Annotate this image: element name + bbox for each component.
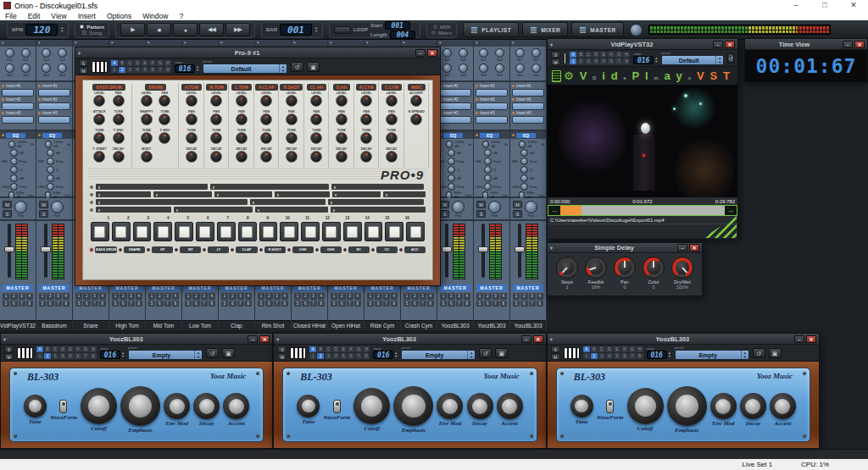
step-button[interactable]	[259, 222, 278, 241]
drum-knob[interactable]	[286, 151, 298, 163]
bl303-titlebar[interactable]: ▾ YoozBL303 – ✕	[548, 334, 819, 345]
steps-spinner[interactable]: ▲▼	[121, 351, 125, 358]
group-cell[interactable]: 5	[75, 301, 82, 307]
group-cell[interactable]: 1	[39, 293, 46, 300]
step-button[interactable]	[217, 222, 236, 241]
transport-button[interactable]: ◀◀	[199, 23, 224, 36]
velocity-segment[interactable]	[96, 199, 248, 205]
strip-header[interactable]: ▾	[73, 40, 108, 47]
pattern-letter-cell[interactable]: H	[90, 346, 97, 352]
group-cell[interactable]: 3	[383, 293, 390, 300]
velocity-segment[interactable]	[153, 191, 212, 197]
drum-knob[interactable]	[360, 95, 372, 107]
group-cell[interactable]: 8	[99, 301, 106, 307]
output-bus-button[interactable]: MASTER	[440, 285, 470, 291]
channel-name[interactable]: Closed HiHat	[292, 320, 327, 330]
step-button[interactable]	[175, 222, 193, 241]
channel-name[interactable]: Bassdrum	[36, 320, 72, 330]
step-button[interactable]	[406, 222, 425, 241]
file-document-icon[interactable]	[552, 70, 561, 82]
eq-enable-led[interactable]	[476, 134, 478, 136]
group-cell[interactable]: 6	[83, 301, 90, 307]
group-cell[interactable]: 7	[420, 301, 426, 307]
channel-name[interactable]: Open HiHat	[328, 320, 364, 330]
pattern-letter-cell[interactable]: B	[591, 346, 598, 352]
pattern-letter-cell[interactable]: B	[119, 60, 125, 66]
mute-button[interactable]: M	[551, 353, 560, 360]
pattern-number-cell[interactable]: 7	[82, 353, 89, 359]
pattern-letter-cell[interactable]: D	[332, 346, 339, 352]
eq-tab[interactable]: EQ	[510, 131, 546, 139]
bl303-knob[interactable]	[297, 395, 320, 417]
solo-button[interactable]: S	[551, 51, 560, 58]
group-cell[interactable]: 2	[10, 293, 17, 300]
pattern-number-cell[interactable]: 7	[157, 67, 164, 73]
eq-enable-led[interactable]	[2, 134, 4, 136]
close-icon[interactable]: ✕	[725, 41, 735, 48]
pattern-letter-cell[interactable]: G	[629, 346, 636, 352]
eq-knob[interactable]	[10, 158, 18, 165]
group-cell[interactable]: 8	[500, 301, 507, 307]
solo-button[interactable]: S	[476, 210, 486, 218]
group-cell[interactable]: 1	[148, 293, 155, 300]
send-knob[interactable]	[531, 48, 541, 58]
steps-spinner[interactable]: ▲▼	[654, 57, 658, 64]
channel-name[interactable]: Ride Cym	[364, 320, 400, 330]
group-cell[interactable]: 3	[274, 293, 281, 300]
pattern-letter-cell[interactable]: G	[615, 52, 622, 58]
minimize-button[interactable]: –	[677, 244, 687, 252]
group-cell[interactable]: 2	[192, 293, 199, 300]
group-cell[interactable]: 2	[375, 293, 381, 300]
insert-slot[interactable]	[512, 89, 544, 97]
pattern-number-cell[interactable]: 8	[623, 58, 630, 64]
bl303-knob[interactable]	[333, 400, 341, 413]
group-cell[interactable]: 8	[26, 301, 33, 307]
send-knob[interactable]	[531, 64, 541, 73]
group-cell[interactable]: 3	[128, 293, 135, 300]
pattern-letter-cell[interactable]: A	[583, 346, 590, 352]
drum-knob[interactable]	[386, 95, 398, 107]
bl303-knob[interactable]	[59, 400, 67, 413]
pan-knob[interactable]	[525, 201, 537, 213]
delay-knob[interactable]	[643, 257, 665, 279]
preset-dropdown[interactable]: Default ▲▼	[203, 64, 287, 74]
group-cell[interactable]: 7	[310, 301, 317, 307]
settings-gear-icon[interactable]: ⚙	[564, 70, 574, 82]
scroll-left-icon[interactable]: ←	[92, 216, 98, 220]
seek-left-icon[interactable]: ↔	[548, 206, 560, 215]
pattern-letter-cell[interactable]: C	[52, 346, 58, 352]
bpm-spinner[interactable]: ▲▼	[60, 26, 64, 33]
group-cell[interactable]: 4	[354, 293, 361, 300]
drum-knob[interactable]	[386, 132, 398, 144]
master-volume-knob[interactable]	[630, 24, 643, 36]
pattern-letter-cell[interactable]: B	[44, 346, 51, 352]
instrument-select[interactable]: HT	[147, 246, 173, 253]
group-cell[interactable]: 4	[427, 293, 434, 300]
pan-knob[interactable]	[51, 201, 64, 213]
pattern-letter-cell[interactable]: E	[614, 346, 620, 352]
group-cell[interactable]: 5	[367, 301, 374, 307]
drum-knob[interactable]	[336, 95, 348, 107]
pan-knob[interactable]	[14, 201, 27, 213]
pan-knob[interactable]	[452, 201, 465, 213]
group-cell[interactable]: 7	[274, 301, 281, 307]
preset-save-icon[interactable]: ▣	[495, 348, 508, 358]
piano-keyboard-icon[interactable]	[92, 61, 108, 73]
preset-save-icon[interactable]: ▣	[222, 348, 235, 358]
insert-slot[interactable]	[512, 102, 544, 110]
group-cell[interactable]: 3	[456, 293, 463, 300]
group-cell[interactable]: 6	[411, 301, 418, 307]
group-cell[interactable]: 4	[136, 293, 142, 300]
pattern-number-cell[interactable]: 4	[59, 353, 66, 359]
menu-item[interactable]: Options	[107, 12, 131, 20]
instrument-select[interactable]: R.SHOT	[259, 246, 286, 253]
step-button[interactable]	[238, 222, 257, 241]
drum-knob[interactable]	[386, 113, 398, 125]
velocity-segment[interactable]	[332, 191, 381, 197]
pattern-letter-cell[interactable]: H	[164, 60, 171, 66]
pattern-letter-cell[interactable]: H	[637, 346, 643, 352]
step-button[interactable]	[91, 222, 109, 241]
pattern-letter-cell[interactable]: D	[593, 52, 599, 58]
steps-display[interactable]: 016	[647, 351, 667, 359]
send-knob[interactable]	[515, 64, 525, 73]
